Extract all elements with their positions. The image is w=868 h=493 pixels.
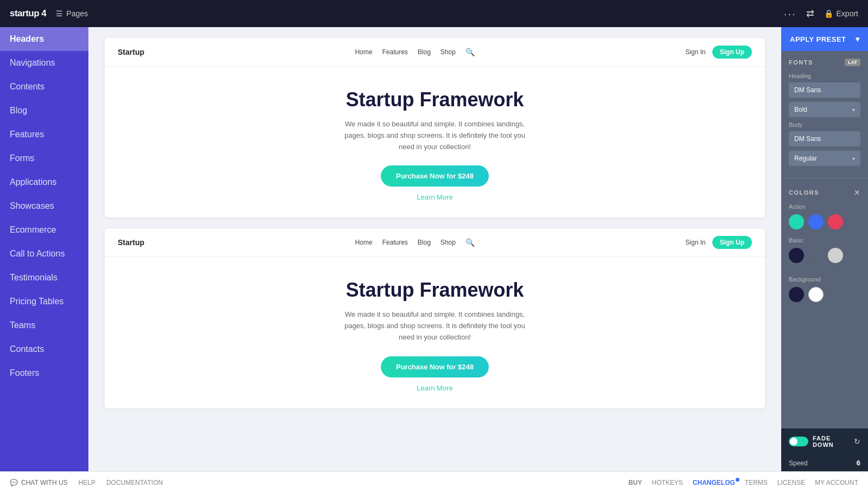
topbar-right: ··· ⇄ 🔒 Export (784, 8, 858, 20)
sidebar-item-contents[interactable]: Contents (0, 75, 88, 99)
body-font-value: DM Sans (794, 135, 821, 143)
center-content: Startup Home Features Blog Shop 🔍 Sign I… (88, 27, 781, 471)
sidebar-item-pricing-tables[interactable]: Pricing Tables (0, 290, 88, 313)
topbar-left: startup 4 ☰ Pages (10, 8, 88, 19)
fade-label: FADE DOWN (813, 435, 854, 448)
hero-learn-more-1[interactable]: Learn More (417, 193, 452, 201)
sidebar-item-headers[interactable]: Headers (0, 27, 88, 51)
chat-button[interactable]: 💬 CHAT WITH US (10, 479, 68, 486)
basic-colors-label: Basic (789, 237, 860, 244)
heading-weight-selector[interactable]: Bold ▾ (789, 102, 860, 117)
hero-cta-button-1[interactable]: Purchase Now for $248 (381, 165, 489, 187)
hero-section-2: Startup Framework We made it so beautifu… (105, 257, 765, 408)
preview-logo-2: Startup (118, 238, 144, 247)
lock-icon: 🔒 (824, 9, 833, 18)
hero-cta-button-2[interactable]: Purchase Now for $248 (381, 356, 489, 377)
search-icon-1[interactable]: 🔍 (465, 48, 475, 56)
divider-1 (781, 178, 868, 178)
body-font-selector[interactable]: DM Sans (789, 131, 860, 146)
action-color-1[interactable] (789, 214, 804, 229)
more-options-button[interactable]: ··· (784, 8, 796, 20)
pages-menu[interactable]: ☰ Pages (56, 9, 88, 18)
sidebar-item-call-to-actions[interactable]: Call to Actions (0, 242, 88, 266)
hero-learn-more-2[interactable]: Learn More (417, 384, 452, 392)
sidebar-item-showcases[interactable]: Showcases (0, 194, 88, 218)
bg-color-1[interactable] (789, 287, 804, 302)
buy-link[interactable]: BUY (628, 479, 642, 486)
changelog-link[interactable]: CHANGELOG (693, 479, 735, 486)
nav-link-shop-1[interactable]: Shop (441, 48, 456, 56)
apply-preset-button[interactable]: APPLY PRESET ▾ (781, 27, 868, 51)
sidebar-item-ecommerce[interactable]: Ecommerce (0, 218, 88, 242)
license-link[interactable]: LICENSE (777, 479, 805, 486)
hero-section-1: Startup Framework We made it so beautifu… (105, 67, 765, 217)
main-layout: Headers Navigations Contents Blog Featur… (0, 27, 868, 471)
colors-section-header: COLors ✕ (789, 188, 860, 197)
nav-link-shop-2[interactable]: Shop (441, 239, 456, 246)
help-link[interactable]: HELP (79, 479, 95, 486)
signin-link-1[interactable]: Sign In (685, 48, 705, 56)
account-link[interactable]: MY ACCOUNT (815, 479, 858, 486)
sidebar-item-testimonials[interactable]: Testimonials (0, 266, 88, 290)
chevron-down-icon: ▾ (856, 35, 860, 43)
colors-section-title: COLors (789, 189, 819, 196)
body-weight-selector[interactable]: Regular ▾ (789, 151, 860, 166)
sidebar-item-blog[interactable]: Blog (0, 99, 88, 123)
preview-nav-links-2: Home Features Blog Shop 🔍 (355, 238, 474, 247)
search-icon-2[interactable]: 🔍 (465, 238, 475, 247)
nav-link-blog-2[interactable]: Blog (418, 239, 431, 246)
terms-link[interactable]: TERMS (745, 479, 768, 486)
nav-link-features-1[interactable]: Features (382, 48, 407, 56)
preview-nav-right-2: Sign In Sign Up (685, 236, 752, 249)
hero-title-1: Startup Framework (346, 88, 524, 111)
preview-card-1: Startup Home Features Blog Shop 🔍 Sign I… (105, 38, 765, 217)
nav-link-home-2[interactable]: Home (355, 239, 372, 246)
docs-link[interactable]: DOCUMENTATION (106, 479, 163, 486)
basic-color-2[interactable] (808, 248, 824, 263)
code-view-button[interactable]: ⇄ (806, 8, 814, 20)
fonts-section: FONTS LAT Heading DM Sans Bold ▾ Body DM… (781, 51, 868, 176)
nav-link-blog-1[interactable]: Blog (418, 48, 431, 56)
nav-link-home-1[interactable]: Home (355, 48, 372, 56)
colors-section: COLors ✕ Action Basic (781, 181, 868, 276)
signin-link-2[interactable]: Sign In (685, 239, 705, 246)
background-color-swatches (789, 287, 860, 302)
action-colors-label: Action (789, 203, 860, 210)
bottom-left: 💬 CHAT WITH US HELP DOCUMENTATION (10, 479, 163, 486)
refresh-icon[interactable]: ↻ (854, 437, 860, 446)
sidebar-item-contacts[interactable]: Contacts (0, 337, 88, 361)
sidebar-item-footers[interactable]: Footers (0, 361, 88, 385)
basic-color-swatches (789, 248, 860, 263)
fade-bar: FADE DOWN ↻ (781, 428, 868, 454)
sidebar-item-applications[interactable]: Applications (0, 170, 88, 194)
heading-font-selector[interactable]: DM Sans (789, 82, 860, 98)
export-button[interactable]: 🔒 Export (824, 9, 858, 18)
background-section: Background (781, 276, 868, 310)
sidebar-item-forms[interactable]: Forms (0, 146, 88, 170)
chat-icon: 💬 (10, 479, 18, 486)
hero-subtitle-1: We made it so beautiful and simple. It c… (337, 119, 533, 152)
signup-button-2[interactable]: Sign Up (712, 236, 752, 249)
sidebar-item-navigations[interactable]: Navigations (0, 51, 88, 75)
bg-color-2[interactable] (808, 287, 824, 302)
fade-section: FADE DOWN ↻ Speed 6 (781, 428, 868, 471)
bottom-bar: 💬 CHAT WITH US HELP DOCUMENTATION BUY HO… (0, 471, 868, 493)
heading-font-value: DM Sans (794, 86, 821, 94)
hotkeys-link[interactable]: HOTKEYS (652, 479, 682, 486)
chevron-down-icon: ▾ (852, 156, 855, 162)
action-color-2[interactable] (808, 214, 824, 229)
fade-toggle-switch[interactable] (789, 437, 808, 446)
fonts-section-title: FONTS (789, 59, 813, 66)
topbar: startup 4 ☰ Pages ··· ⇄ 🔒 Export (0, 0, 868, 27)
basic-color-3[interactable] (828, 248, 843, 263)
colors-close-icon[interactable]: ✕ (854, 188, 860, 197)
signup-button-1[interactable]: Sign Up (712, 46, 752, 59)
action-color-3[interactable] (828, 214, 843, 229)
basic-color-1[interactable] (789, 248, 804, 263)
fonts-lang-badge[interactable]: LAT (845, 59, 860, 66)
sidebar-item-features[interactable]: Features (0, 123, 88, 146)
changelog-dot (736, 478, 739, 482)
nav-link-features-2[interactable]: Features (382, 239, 407, 246)
mini-navbar-1: Startup Home Features Blog Shop 🔍 Sign I… (105, 38, 765, 67)
sidebar-item-teams[interactable]: Teams (0, 313, 88, 337)
